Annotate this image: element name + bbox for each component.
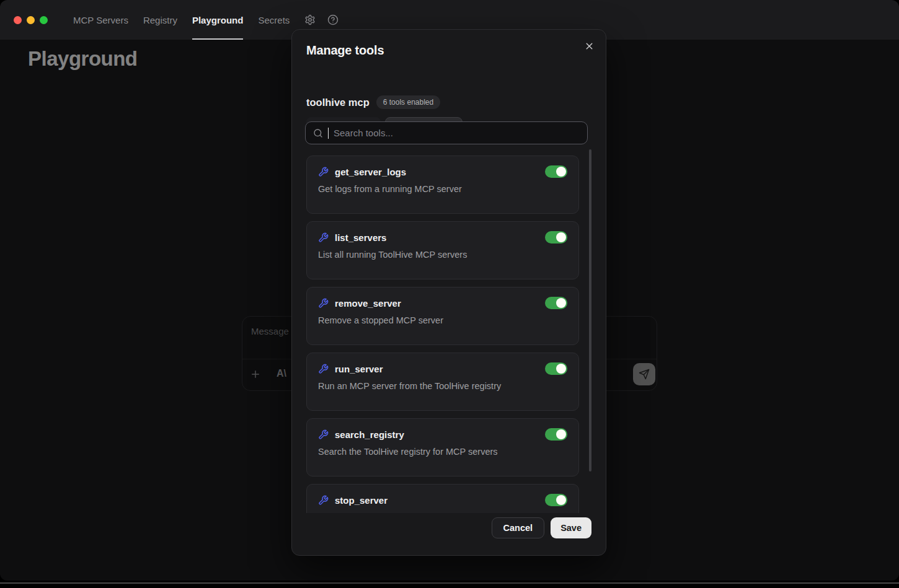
maximize-window-button[interactable] — [40, 16, 48, 24]
tool-card: stop_server — [306, 484, 579, 513]
toggle-knob — [556, 298, 566, 308]
tool-toggle[interactable] — [545, 428, 567, 441]
dialog-title: Manage tools — [306, 43, 384, 58]
tool-name: stop_server — [335, 495, 539, 506]
tool-name: search_registry — [335, 429, 539, 440]
tool-description: Search the ToolHive registry for MCP ser… — [318, 447, 567, 457]
tool-card: search_registry Search the ToolHive regi… — [306, 418, 579, 476]
toggle-knob — [556, 232, 566, 242]
save-button[interactable]: Save — [551, 517, 591, 538]
gear-icon — [304, 14, 316, 25]
tool-name: get_server_logs — [335, 167, 539, 177]
tool-card: run_server Run an MCP server from the To… — [306, 353, 579, 411]
close-window-button[interactable] — [14, 16, 22, 24]
help-button[interactable] — [326, 13, 340, 27]
tools-enabled-badge: 6 tools enabled — [376, 95, 440, 109]
nav-tab-registry[interactable]: Registry — [143, 0, 177, 40]
tool-card: list_servers List all running ToolHive M… — [306, 221, 579, 279]
search-icon — [313, 128, 323, 138]
toggle-knob — [556, 167, 566, 177]
tool-card: get_server_logs Get logs from a running … — [306, 156, 579, 214]
tool-toggle[interactable] — [545, 494, 567, 506]
nav-tab-playground[interactable]: Playground — [192, 0, 244, 40]
toggle-knob — [556, 495, 566, 505]
tool-name: remove_server — [335, 298, 539, 309]
manage-tools-dialog: Manage tools toolhive mcp 6 tools enable… — [291, 29, 606, 556]
tool-description: Run an MCP server from the ToolHive regi… — [318, 381, 567, 391]
tool-name: run_server — [335, 364, 539, 374]
close-dialog-button[interactable] — [582, 38, 596, 53]
tool-description: List all running ToolHive MCP servers — [318, 250, 567, 260]
wrench-icon — [318, 429, 329, 440]
toggle-knob — [556, 364, 566, 374]
text-caret — [328, 128, 329, 139]
tool-toggle[interactable] — [545, 362, 567, 375]
wrench-icon — [318, 232, 329, 243]
server-row: toolhive mcp 6 tools enabled — [306, 95, 440, 109]
tool-toggle[interactable] — [545, 165, 567, 178]
help-circle-icon — [327, 14, 339, 25]
nav-tab-secrets[interactable]: Secrets — [258, 0, 290, 40]
cancel-button[interactable]: Cancel — [492, 517, 545, 538]
tool-name: list_servers — [335, 232, 539, 243]
tool-toggle[interactable] — [545, 297, 567, 309]
wrench-icon — [318, 298, 329, 309]
tools-search[interactable]: Search tools... — [305, 121, 588, 144]
window-bottom-edge — [0, 582, 899, 584]
tool-description: Remove a stopped MCP server — [318, 315, 567, 325]
tool-toggle[interactable] — [545, 231, 567, 244]
wrench-icon — [318, 364, 329, 374]
tools-list: get_server_logs Get logs from a running … — [306, 156, 579, 513]
settings-button[interactable] — [303, 13, 317, 27]
main-nav: MCP ServersRegistryPlaygroundSecrets — [73, 0, 290, 40]
server-name: toolhive mcp — [306, 97, 370, 108]
dialog-footer: Cancel Save — [492, 517, 591, 538]
minimize-window-button[interactable] — [27, 16, 35, 24]
wrench-icon — [318, 495, 329, 506]
search-placeholder: Search tools... — [334, 128, 393, 138]
nav-tab-mcp-servers[interactable]: MCP Servers — [73, 0, 128, 40]
tool-card: remove_server Remove a stopped MCP serve… — [306, 287, 579, 345]
tools-scrollbar[interactable] — [589, 149, 591, 472]
wrench-icon — [318, 167, 329, 177]
tool-description: Get logs from a running MCP server — [318, 184, 567, 194]
close-icon — [584, 41, 595, 51]
toggle-knob — [556, 429, 566, 439]
traffic-lights — [14, 16, 48, 24]
